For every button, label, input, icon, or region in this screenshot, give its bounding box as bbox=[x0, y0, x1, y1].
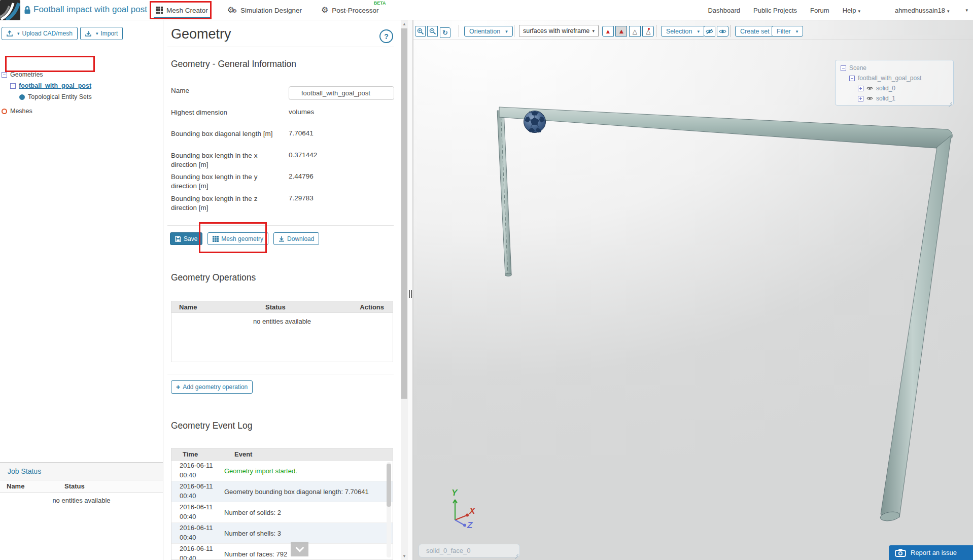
upload-cad-mesh-button[interactable]: ▾ Upload CAD/mesh bbox=[2, 27, 78, 40]
blue-dot-icon bbox=[19, 94, 25, 100]
event-clock: 00:40 bbox=[180, 513, 196, 520]
scrollbar-thumb[interactable] bbox=[387, 464, 391, 507]
tree-item-geometry[interactable]: football_with_goal_post bbox=[0, 82, 92, 89]
splitter-grip-icon bbox=[409, 290, 412, 298]
zoom-in-button[interactable] bbox=[415, 26, 426, 37]
scene-tree-item-solid-1[interactable]: solid_1 bbox=[841, 95, 953, 102]
chevron-down-icon: ▾ bbox=[96, 31, 98, 36]
save-button[interactable]: Save bbox=[170, 232, 202, 245]
scroll-up-arrow[interactable]: ▲ bbox=[401, 22, 408, 26]
scene-tree-item-solid-0[interactable]: solid_0 bbox=[841, 85, 953, 92]
add-geometry-operation-button[interactable]: + Add geometry operation bbox=[171, 380, 253, 394]
row-value: 0.371442 bbox=[289, 151, 393, 169]
event-date: 2016-06-11 bbox=[180, 503, 213, 511]
report-issue-label: Report an issue bbox=[911, 549, 957, 556]
viewport-3d[interactable]: Y X Z bbox=[413, 20, 973, 560]
download-button[interactable]: Download bbox=[273, 232, 319, 245]
panel-splitter[interactable] bbox=[408, 20, 413, 560]
tree-item-topological-entity-sets[interactable]: Topological Entity Sets bbox=[0, 93, 92, 100]
tab-simulation-designer[interactable]: ⚙⚙ Simulation Designer bbox=[225, 0, 304, 20]
filter-dropdown[interactable]: Filter▾ bbox=[772, 26, 803, 37]
user-menu[interactable]: ahmedhussain18▾ bbox=[895, 7, 950, 14]
render-mode-select[interactable]: surfaces with wireframe▾ bbox=[519, 25, 599, 37]
event-clock: 00:40 bbox=[180, 554, 196, 560]
scene-tree-item-geometry[interactable]: football_with_goal_post bbox=[841, 75, 953, 82]
geometry-buttons: Save Mesh geometry Download bbox=[170, 232, 319, 245]
tet-wire-toggle[interactable]: △ bbox=[629, 26, 641, 37]
tab-post-processor[interactable]: ⚙ Post-Processor BETA bbox=[319, 0, 381, 20]
simscale-logo[interactable] bbox=[0, 0, 20, 20]
create-set-button[interactable]: Create set bbox=[735, 26, 775, 37]
zoom-out-button[interactable] bbox=[427, 26, 438, 37]
collapse-icon[interactable] bbox=[841, 65, 846, 71]
event-date: 2016-06-11 bbox=[180, 545, 213, 552]
extra-menu-chevron-icon[interactable]: ▾ bbox=[965, 8, 968, 13]
mesh-geometry-button[interactable]: Mesh geometry bbox=[207, 232, 268, 245]
row-label: Bounding box length in the z direction [… bbox=[171, 194, 289, 213]
event-date: 2016-06-11 bbox=[180, 482, 213, 490]
eye-slash-icon bbox=[706, 28, 713, 34]
geometry-name-input[interactable] bbox=[289, 86, 394, 100]
expand-log-button[interactable] bbox=[291, 542, 308, 556]
divider bbox=[167, 225, 394, 226]
eye-icon[interactable] bbox=[866, 86, 873, 91]
chevron-down-icon: ▾ bbox=[17, 31, 20, 36]
report-issue-button[interactable]: Report an issue bbox=[889, 545, 973, 560]
app-mode-tabs: Mesh Creator ⚙⚙ Simulation Designer ⚙ Po… bbox=[154, 0, 381, 20]
job-status-header: Name Status bbox=[0, 480, 163, 493]
import-button[interactable]: ▾ Import bbox=[80, 27, 123, 40]
nav-dashboard[interactable]: Dashboard bbox=[708, 7, 740, 14]
collapse-icon[interactable] bbox=[2, 72, 7, 78]
nav-forum[interactable]: Forum bbox=[810, 7, 829, 14]
resize-handle[interactable] bbox=[948, 99, 952, 104]
viewport-toolbar: ↻ Orientation▾ surfaces with wireframe▾ … bbox=[413, 20, 973, 40]
red-outlined-triangle-icon: ▲ bbox=[618, 28, 624, 34]
lock-icon bbox=[24, 6, 31, 14]
hide-selection-button[interactable] bbox=[704, 26, 715, 37]
geometry-panel: Geometry ? Geometry - General Informatio… bbox=[163, 20, 401, 560]
show-selection-button[interactable] bbox=[717, 26, 728, 37]
tet-outline-toggle[interactable]: ▲ bbox=[615, 26, 627, 37]
scroll-down-arrow[interactable]: ▼ bbox=[401, 554, 408, 558]
selection-label: Selection bbox=[666, 28, 692, 35]
tet-solid-toggle[interactable]: ▲ bbox=[602, 26, 614, 37]
beta-badge: BETA bbox=[374, 1, 386, 6]
nav-public-projects[interactable]: Public Projects bbox=[753, 7, 797, 14]
chevron-down-icon: ▾ bbox=[592, 28, 595, 33]
selection-dropdown[interactable]: Selection▾ bbox=[661, 26, 705, 37]
help-button[interactable]: ? bbox=[379, 29, 393, 43]
tab-mesh-creator[interactable]: Mesh Creator bbox=[154, 0, 210, 20]
expand-icon[interactable] bbox=[858, 86, 863, 91]
filter-label: Filter bbox=[777, 28, 791, 35]
collapse-icon[interactable] bbox=[10, 83, 16, 89]
nav-help-menu[interactable]: Help▾ bbox=[843, 7, 860, 14]
col-status: Status bbox=[265, 303, 341, 311]
scene-tree-item-scene[interactable]: Scene bbox=[841, 64, 953, 72]
collapse-icon[interactable] bbox=[849, 76, 855, 81]
panel-scrollbar[interactable]: ▲ ▼ bbox=[401, 20, 408, 560]
tree-item-meshes[interactable]: Meshes bbox=[0, 108, 92, 115]
grid-icon bbox=[156, 7, 163, 14]
tree-geometry-name-link[interactable]: football_with_goal_post bbox=[19, 82, 91, 89]
chevron-down-icon: ▾ bbox=[796, 29, 798, 34]
event-text: Number of faces: 792 bbox=[222, 550, 300, 558]
axis-z-label: Z bbox=[467, 520, 473, 530]
tree-item-geometries[interactable]: Geometries bbox=[0, 71, 92, 78]
job-status-empty-text: no entities available bbox=[0, 493, 163, 504]
event-log-table: Time Event 2016-06-1100:40 Geometry impo… bbox=[171, 448, 393, 560]
event-log-row: 2016-06-1100:40 Geometry bounding box di… bbox=[171, 481, 393, 502]
expand-icon[interactable] bbox=[858, 96, 863, 101]
row-label: Bounding box length in the x direction [… bbox=[171, 151, 289, 169]
tet-points-toggle[interactable]: △ bbox=[642, 26, 654, 37]
scrollbar-thumb[interactable] bbox=[401, 28, 407, 399]
event-log-scrollbar[interactable] bbox=[387, 462, 391, 557]
chevron-down-icon: ▾ bbox=[858, 9, 860, 14]
tree-topological-label: Topological Entity Sets bbox=[28, 93, 92, 100]
chevron-down-icon: ▾ bbox=[697, 29, 700, 34]
orientation-dropdown[interactable]: Orientation▾ bbox=[464, 26, 513, 37]
face-name-box[interactable]: solid_0_face_0 bbox=[419, 544, 520, 557]
refresh-view-button[interactable]: ↻ bbox=[440, 27, 450, 38]
eye-icon[interactable] bbox=[866, 96, 873, 101]
form-row-bbox-z: Bounding box length in the z direction [… bbox=[171, 194, 393, 213]
resize-handle[interactable] bbox=[514, 551, 518, 556]
